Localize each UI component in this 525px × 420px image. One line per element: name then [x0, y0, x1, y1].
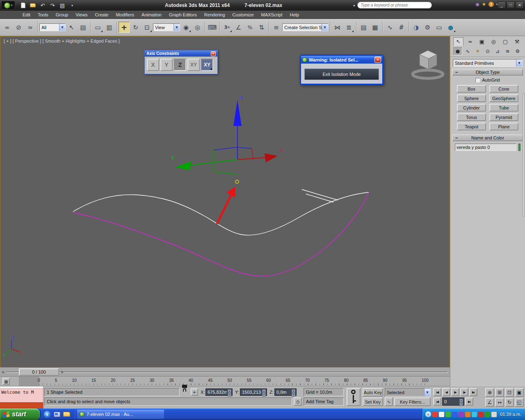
zoom-icon[interactable]: ⊕: [485, 388, 494, 397]
object-name-field[interactable]: [455, 144, 516, 151]
teapot-button[interactable]: Teapot: [457, 123, 486, 130]
goto-end-button[interactable]: ▶|: [469, 388, 477, 396]
time-slider-track[interactable]: [6, 372, 447, 373]
listener-macro-pane[interactable]: Welcome to M: [0, 389, 43, 402]
command-panel-scrollbar[interactable]: [523, 94, 525, 217]
constraint-xy-button[interactable]: XY: [187, 59, 200, 71]
cone-button[interactable]: Cone: [489, 85, 518, 93]
search-flyout-arrow-icon[interactable]: ▸: [354, 3, 356, 7]
constraint-plane-flyout-button[interactable]: XY: [201, 59, 213, 71]
primitive-category-arrow-icon[interactable]: ▼: [516, 59, 522, 66]
box-button[interactable]: Box: [457, 85, 486, 93]
graphite-ribbon-toggle-icon[interactable]: ▦: [370, 22, 381, 33]
z-coordinate-field[interactable]: 0,0m ▲▼: [274, 388, 297, 396]
zoom-extents-icon[interactable]: ⊡: [505, 388, 514, 397]
workspace-dropdown-button[interactable]: ▤: [59, 2, 66, 9]
redo-button[interactable]: ↷: [49, 2, 56, 9]
goto-end-frame-button[interactable]: ▶|: [465, 397, 473, 406]
torus-button[interactable]: Torus: [457, 113, 486, 121]
exit-isolation-mode-button[interactable]: Exit Isolation Mode: [304, 68, 379, 80]
axis-constraints-palette[interactable]: Axis Constraints ✕ X Y Z XY XY: [144, 50, 218, 74]
select-by-name-icon[interactable]: ▤: [78, 22, 89, 33]
absolute-mode-toggle[interactable]: +: [191, 388, 198, 396]
menu-modifiers[interactable]: Modifiers: [112, 11, 138, 19]
zoom-extents-all-icon[interactable]: ▣: [515, 388, 524, 397]
application-menu-button[interactable]: ▾: [1, 1, 15, 10]
key-filters-button[interactable]: Key Filters...: [394, 397, 431, 406]
named-selection-sets-arrow-icon[interactable]: ▼: [322, 24, 328, 31]
time-slider[interactable]: < 0 / 100 >: [0, 368, 450, 377]
category-space-warps-icon[interactable]: ≋: [503, 47, 512, 55]
frame-spinner[interactable]: ▲▼: [459, 399, 463, 404]
close-button[interactable]: ✕: [516, 1, 524, 9]
tray-icon[interactable]: [439, 412, 444, 417]
next-frame-arrow[interactable]: >: [60, 369, 64, 375]
gizmo-x-arrowhead[interactable]: [265, 153, 278, 162]
sphere-button[interactable]: Sphere: [457, 94, 486, 102]
tray-icon[interactable]: [491, 412, 497, 417]
layer-manager-icon[interactable]: ▤: [358, 22, 369, 33]
render-production-icon[interactable]: ●: [445, 22, 456, 33]
tab-hierarchy[interactable]: ▣: [477, 37, 487, 46]
autogrid-checkbox[interactable]: [475, 78, 480, 82]
name-and-color-rollout-header[interactable]: − Name and Color: [452, 135, 523, 141]
constraint-x-button[interactable]: X: [147, 59, 159, 71]
edit-named-selection-sets-icon[interactable]: ≡: [271, 22, 282, 33]
select-and-move-icon[interactable]: +: [119, 22, 130, 33]
gizmo-y-axis[interactable]: [191, 160, 237, 165]
menu-views[interactable]: Views: [72, 11, 91, 19]
tray-icon[interactable]: [452, 412, 457, 417]
window-crossing-toggle-icon[interactable]: ▥: [104, 22, 115, 33]
named-selection-sets-dropdown[interactable]: Create Selection Se ▼: [282, 23, 328, 31]
cylinder-button[interactable]: Cylinder: [457, 104, 486, 112]
render-setup-icon[interactable]: ⚙: [422, 22, 433, 33]
material-editor-icon[interactable]: ◑: [411, 22, 422, 33]
keyboard-shortcut-override-icon[interactable]: ⌨: [207, 22, 218, 33]
category-geometry-icon[interactable]: ●: [453, 47, 462, 55]
menu-create[interactable]: Create: [91, 11, 112, 19]
menu-rendering[interactable]: Rendering: [201, 11, 229, 19]
minimize-button[interactable]: _: [498, 1, 506, 9]
tab-modify[interactable]: ≈: [465, 37, 475, 46]
constraint-z-button[interactable]: Z: [174, 59, 186, 71]
category-shapes-icon[interactable]: ∿: [463, 47, 472, 55]
snaps-toggle-icon[interactable]: 3∩: [221, 22, 233, 33]
percent-snap-toggle-icon[interactable]: %: [244, 22, 256, 33]
selected-vertex-marker[interactable]: [235, 180, 239, 183]
gizmo-y-arrowhead[interactable]: [175, 161, 192, 170]
axis-constraints-close-icon[interactable]: ✕: [211, 51, 216, 56]
selection-filter-dropdown[interactable]: All ▼: [39, 23, 66, 31]
reference-coordinate-dropdown[interactable]: View ▼: [153, 23, 180, 31]
time-slider-handle[interactable]: 0 / 100: [19, 368, 59, 376]
tab-display[interactable]: ▢: [500, 37, 510, 46]
internet-explorer-icon[interactable]: e: [44, 411, 51, 418]
warning-dialog-close-icon[interactable]: ✕: [374, 57, 381, 63]
set-key-button[interactable]: Set Key: [363, 397, 383, 406]
menu-edit[interactable]: Edit: [19, 11, 34, 19]
selection-filter-arrow-icon[interactable]: ▼: [59, 24, 65, 31]
spinner-snap-toggle-icon[interactable]: ⇅: [256, 22, 267, 33]
spline-bottom-edge[interactable]: [73, 193, 369, 276]
listener-output-pane[interactable]: [0, 402, 43, 409]
tab-utilities[interactable]: ⚒: [512, 37, 522, 46]
tube-button[interactable]: Tube: [489, 104, 518, 112]
y-spinner[interactable]: ▲▼: [262, 389, 266, 395]
axis-constraints-titlebar[interactable]: Axis Constraints ✕: [145, 50, 217, 57]
help-icon[interactable]: ?: [488, 2, 494, 7]
communication-center-icon[interactable]: ◉: [476, 2, 480, 7]
x-coordinate-field[interactable]: 675,832m ▲▼: [205, 388, 233, 396]
bind-to-space-warp-icon[interactable]: ≈: [25, 22, 36, 33]
viewport-label[interactable]: [ + ] [ Perspective ] [ Smooth + Highlig…: [4, 39, 120, 43]
align-icon[interactable]: ≣: [343, 22, 354, 33]
select-and-manipulate-icon[interactable]: ◎: [192, 22, 203, 33]
viewcube-ring[interactable]: [413, 70, 443, 78]
open-file-button[interactable]: [29, 2, 37, 9]
start-button[interactable]: start: [0, 409, 40, 420]
key-selection-arrow-icon[interactable]: ▼: [424, 388, 430, 396]
undo-button[interactable]: ↶: [39, 2, 46, 9]
viewport-canvas[interactable]: z y x z x y: [0, 37, 450, 367]
geosphere-button[interactable]: GeoSphere: [489, 94, 518, 102]
viewcube[interactable]: [413, 50, 443, 78]
isolated-selection-warning-dialog[interactable]: Warning: Isolated Sel... ✕ Exit Isolatio…: [300, 55, 383, 85]
rendered-frame-window-icon[interactable]: ▭: [434, 22, 445, 33]
